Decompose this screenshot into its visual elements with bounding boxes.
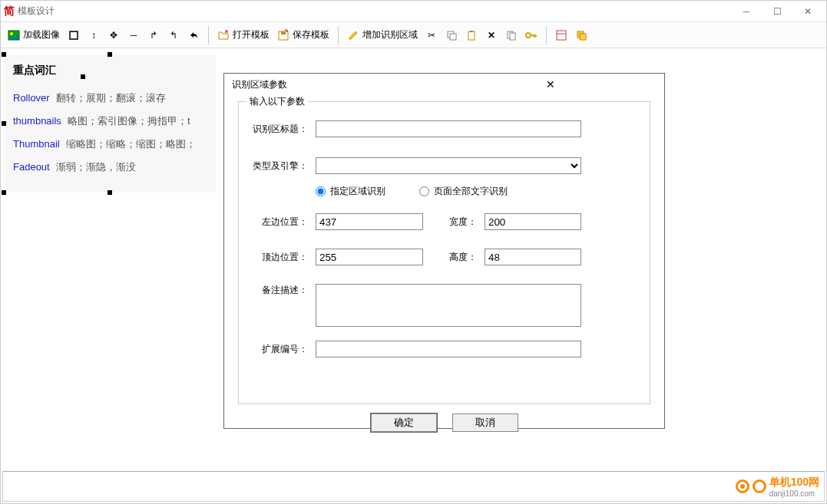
tool-move-button[interactable]: ✥: [104, 28, 123, 43]
label-width: 宽度：: [438, 216, 477, 229]
tool-minus-button[interactable]: ─: [124, 28, 143, 43]
svg-rect-2: [70, 31, 78, 39]
status-bar: 单机100网 danji100.com: [2, 471, 825, 502]
window-title: 模板设计: [18, 5, 731, 18]
vocab-row: thumbnails略图；索引图像；拇指甲；t: [13, 114, 207, 128]
document-panel[interactable]: 重点词汇 Rollover翻转；展期；翻滚；滚存 thumbnails略图；索引…: [4, 54, 216, 193]
paste-button[interactable]: [462, 28, 481, 43]
vocab-row: Rollover翻转；展期；翻滚；滚存: [13, 91, 207, 105]
move-icon: ✥: [108, 29, 120, 41]
app-icon: 简: [4, 5, 15, 18]
svg-rect-15: [580, 34, 586, 40]
copy-button[interactable]: [442, 28, 461, 43]
toolbar: 加载图像 ↕ ✥ ─ ↱ ↰ 打开模板 保存模板 增加识别区域 ✂ ✕: [1, 22, 826, 48]
resize-handle[interactable]: [81, 74, 85, 79]
logo-circle-icon: [753, 479, 766, 493]
cancel-button[interactable]: 取消: [452, 413, 518, 432]
svg-rect-10: [510, 33, 515, 40]
extra1-button[interactable]: [552, 28, 571, 43]
vocab-row: Fadeout渐弱；渐隐，渐没: [13, 160, 207, 174]
rotate-left-icon: ↰: [167, 29, 180, 41]
save-file-icon: [277, 29, 289, 41]
copy-icon: [445, 29, 458, 41]
tool-rect-button[interactable]: [65, 28, 83, 43]
svg-rect-12: [557, 31, 566, 40]
copy2-button[interactable]: [502, 28, 521, 43]
maximize-button[interactable]: ☐: [762, 1, 792, 22]
resize-handle[interactable]: [2, 190, 6, 195]
resize-handle[interactable]: [2, 121, 6, 126]
scissors-icon: ✂: [425, 29, 438, 41]
logo-circle-icon: [736, 479, 749, 493]
stack-icon: [575, 29, 587, 41]
clipboard-icon: [465, 29, 478, 41]
radio-region-option[interactable]: 指定区域识别: [316, 185, 385, 198]
type-engine-select[interactable]: [316, 157, 581, 174]
tool-undo-button[interactable]: [184, 28, 203, 43]
doc-heading: 重点词汇: [13, 64, 207, 77]
load-image-button[interactable]: 加载图像: [5, 27, 63, 43]
add-region-button[interactable]: 增加识别区域: [344, 27, 421, 43]
tool-vmove-button[interactable]: ↕: [84, 28, 103, 43]
label-ext-id: 扩展编号：: [251, 343, 308, 356]
height-input[interactable]: [485, 249, 581, 265]
key-icon: [525, 29, 538, 41]
open-file-icon: [217, 29, 230, 41]
vocab-row: Thumbnail缩略图；缩略；缩图；略图；: [13, 137, 207, 151]
region-params-dialog: 识别区域参数 ✕ 输入以下参数 识别区标题： 类型及引擎： 指定区域识别 页面全…: [223, 73, 665, 429]
ok-button[interactable]: 确定: [371, 413, 437, 432]
extra2-button[interactable]: [572, 28, 590, 43]
tool-rotr-button[interactable]: ↱: [144, 28, 163, 43]
key-button[interactable]: [522, 28, 541, 43]
label-height: 高度：: [438, 251, 477, 264]
fieldset-legend: 输入以下参数: [246, 95, 308, 108]
region-title-input[interactable]: [316, 120, 581, 137]
cut-button[interactable]: ✂: [422, 28, 441, 43]
svg-rect-7: [468, 31, 475, 40]
remark-textarea[interactable]: [316, 284, 581, 327]
square-icon: [68, 29, 80, 41]
close-button[interactable]: ✕: [792, 1, 823, 22]
branding-logo: 单机100网 danji100.com: [736, 476, 819, 498]
label-remark: 备注描述：: [251, 284, 308, 297]
resize-handle[interactable]: [108, 190, 112, 195]
arrows-v-icon: ↕: [88, 29, 100, 41]
form-icon: [555, 29, 567, 41]
minimize-button[interactable]: ─: [731, 1, 762, 22]
label-region-title: 识别区标题：: [251, 123, 308, 136]
label-left: 左边位置：: [251, 216, 308, 229]
width-input[interactable]: [485, 213, 581, 230]
radio-page-input[interactable]: [419, 186, 429, 196]
svg-point-1: [10, 32, 13, 35]
resize-handle[interactable]: [2, 52, 6, 57]
ext-id-input[interactable]: [316, 341, 581, 357]
radio-region-input[interactable]: [316, 186, 326, 196]
pencil-icon: [347, 29, 359, 41]
svg-rect-6: [450, 34, 456, 40]
dialog-title: 识别区域参数: [232, 78, 445, 91]
undo-icon: [187, 29, 200, 41]
svg-point-11: [526, 33, 531, 38]
save-template-button[interactable]: 保存模板: [274, 27, 332, 43]
open-template-button[interactable]: 打开模板: [214, 27, 273, 43]
separator: [338, 26, 339, 44]
dialog-close-button[interactable]: ✕: [445, 78, 657, 91]
tool-rotl-button[interactable]: ↰: [164, 28, 183, 43]
picture-icon: [8, 29, 20, 41]
radio-page-option[interactable]: 页面全部文字识别: [419, 185, 508, 198]
resize-handle[interactable]: [108, 52, 112, 57]
svg-rect-8: [470, 31, 473, 32]
duplicate-icon: [505, 29, 518, 41]
delete-icon: ✕: [485, 29, 498, 41]
svg-rect-4: [281, 31, 286, 35]
separator: [208, 26, 209, 44]
left-input[interactable]: [316, 213, 423, 230]
rotate-right-icon: ↱: [147, 29, 160, 41]
minus-icon: ─: [127, 29, 140, 41]
label-top: 顶边位置：: [251, 251, 308, 264]
delete-button[interactable]: ✕: [482, 28, 501, 43]
top-input[interactable]: [316, 249, 423, 265]
separator: [546, 26, 547, 44]
label-type-engine: 类型及引擎：: [251, 160, 308, 173]
